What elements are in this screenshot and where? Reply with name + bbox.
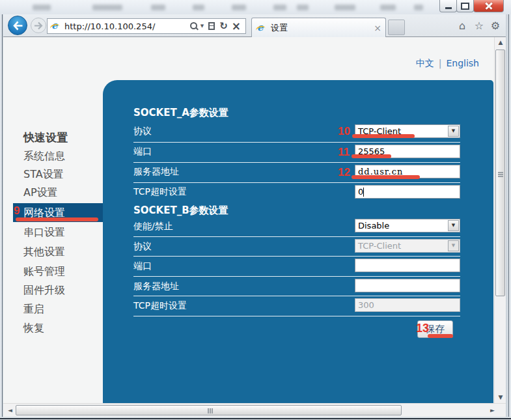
new-tab-button[interactable] — [388, 20, 405, 35]
search-icon[interactable] — [189, 21, 197, 31]
annotation-underline-10 — [352, 134, 415, 138]
tools-gear-icon[interactable]: ⚙ — [489, 19, 502, 33]
close-icon — [474, 0, 503, 12]
refresh-icon[interactable]: ↻ — [219, 20, 228, 32]
title-bar[interactable] — [0, 0, 511, 15]
address-bar[interactable]: e http://10.10.100.254/ ▼ ↻ × — [47, 18, 246, 34]
maximize-icon — [461, 3, 469, 10]
socket-a-server-label: 服务器地址 — [133, 166, 179, 178]
blurred-title-text — [232, 5, 246, 10]
home-icon[interactable]: ⌂ — [456, 19, 469, 33]
favorites-star-icon[interactable]: ☆ — [473, 19, 486, 33]
scroll-down-icon[interactable]: ▼ — [495, 392, 506, 403]
vertical-scroll-thumb[interactable] — [495, 49, 505, 296]
sidebar-item-other-settings[interactable]: 其他设置 — [23, 245, 65, 259]
blurred-title-text — [151, 5, 165, 10]
tab-close-icon[interactable]: × — [374, 23, 381, 33]
row-divider — [133, 316, 460, 316]
socket-b-protocol-value: TCP-Client — [358, 241, 401, 251]
scroll-up-icon[interactable]: ▲ — [495, 37, 506, 48]
sidebar-item-sta-settings[interactable]: STA设置 — [23, 168, 64, 182]
close-button[interactable] — [473, 0, 504, 12]
socket-b-timeout-label: TCP超时设置 — [133, 300, 187, 312]
forward-arrow-icon — [34, 21, 44, 30]
row-divider — [133, 276, 460, 277]
scroll-grip — [498, 172, 503, 173]
search-dropdown-icon[interactable]: ▼ — [200, 23, 204, 29]
maximize-button[interactable] — [456, 0, 474, 12]
socket-a-timeout-input[interactable] — [355, 185, 460, 199]
sidebar-item-restore[interactable]: 恢复 — [23, 322, 44, 335]
language-switch: 中文|English — [391, 58, 479, 70]
vertical-scrollbar[interactable]: ▲ ▼ — [494, 37, 506, 403]
socket-b-protocol-select-disabled: TCP-Client▼ — [355, 239, 460, 253]
blurred-title-text — [33, 5, 51, 10]
socket-b-enable-select[interactable]: Disable▼ — [355, 219, 460, 232]
lang-english-link[interactable]: English — [446, 58, 479, 68]
ie-tab-icon: e — [256, 23, 266, 33]
scroll-grip — [208, 408, 209, 413]
row-divider — [133, 162, 460, 163]
text-cursor — [363, 188, 364, 197]
stop-icon[interactable]: × — [232, 20, 241, 33]
minimize-icon — [445, 7, 452, 9]
scroll-right-icon[interactable]: ► — [487, 404, 498, 417]
socket-a-timeout-label: TCP超时设置 — [133, 186, 187, 198]
scroll-left-icon[interactable]: ◄ — [5, 404, 16, 417]
socket-b-timeout-input-disabled — [355, 298, 460, 312]
horizontal-scroll-thumb[interactable] — [16, 405, 402, 415]
sidebar-item-firmware-upgrade[interactable]: 固件升级 — [23, 284, 65, 298]
annotation-number-10: 10 — [338, 125, 350, 138]
compatibility-view-icon[interactable] — [208, 22, 215, 30]
blurred-title-text — [92, 5, 122, 10]
chevron-down-icon: ▼ — [448, 240, 459, 251]
back-button[interactable] — [8, 16, 27, 35]
window-border-left — [2, 14, 3, 420]
minimize-button[interactable] — [439, 0, 457, 12]
row-divider — [133, 142, 460, 143]
sidebar-item-ap-settings[interactable]: AP设置 — [23, 186, 58, 200]
blurred-title-text — [335, 5, 355, 10]
sidebar-item-system-info[interactable]: 系统信息 — [23, 150, 65, 163]
row-divider — [133, 256, 460, 257]
socket-a-section-title: SOCKET_A参数设置 — [133, 107, 228, 119]
lang-chinese-link[interactable]: 中文 — [416, 58, 434, 68]
tab-title: 设置 — [271, 22, 374, 34]
sidebar-item-account-manage[interactable]: 账号管理 — [23, 265, 65, 279]
horizontal-scrollbar[interactable]: ◄ ► — [3, 403, 506, 417]
back-arrow-icon — [12, 21, 23, 31]
socket-b-enable-label: 使能/禁止 — [133, 221, 173, 232]
window-border-right — [508, 14, 509, 420]
sidebar-item-serial-settings[interactable]: 串口设置 — [23, 226, 65, 240]
chevron-down-icon[interactable]: ▼ — [448, 220, 459, 231]
socket-a-protocol-label: 协议 — [133, 126, 152, 137]
annotation-underline-9 — [16, 217, 98, 221]
sidebar-item-quick-setup[interactable]: 快速设置 — [23, 130, 68, 145]
annotation-number-11: 11 — [338, 146, 350, 159]
lang-separator: | — [439, 58, 442, 68]
socket-b-port-input[interactable] — [355, 259, 460, 272]
blurred-title-text — [193, 5, 204, 10]
annotation-number-12: 12 — [338, 166, 350, 179]
socket-b-section-title: SOCKET_B参数设置 — [133, 204, 228, 217]
browser-window: e http://10.10.100.254/ ▼ ↻ × e 设置 × ⌂ ☆… — [0, 0, 511, 420]
socket-b-protocol-label: 协议 — [133, 241, 152, 253]
url-text[interactable]: http://10.10.100.254/ — [64, 21, 188, 31]
row-divider — [133, 236, 460, 237]
annotation-underline-13 — [428, 334, 453, 338]
chevron-down-icon[interactable]: ▼ — [448, 126, 459, 137]
blurred-title-text — [297, 5, 309, 10]
sidebar-item-restart[interactable]: 重启 — [23, 303, 44, 316]
annotation-number-13: 13 — [416, 322, 429, 335]
blurred-title-text — [414, 5, 423, 10]
socket-b-port-label: 端口 — [133, 260, 152, 272]
browser-tab[interactable]: e 设置 × — [251, 18, 386, 37]
blurred-title-text — [273, 5, 286, 10]
ie-page-icon: e — [50, 21, 61, 31]
socket-b-server-input[interactable] — [355, 279, 460, 292]
blurred-title-text — [380, 5, 396, 10]
socket-b-enable-value: Disable — [358, 221, 389, 231]
forward-button[interactable] — [31, 18, 46, 33]
row-divider — [133, 296, 460, 296]
row-divider — [133, 182, 460, 183]
